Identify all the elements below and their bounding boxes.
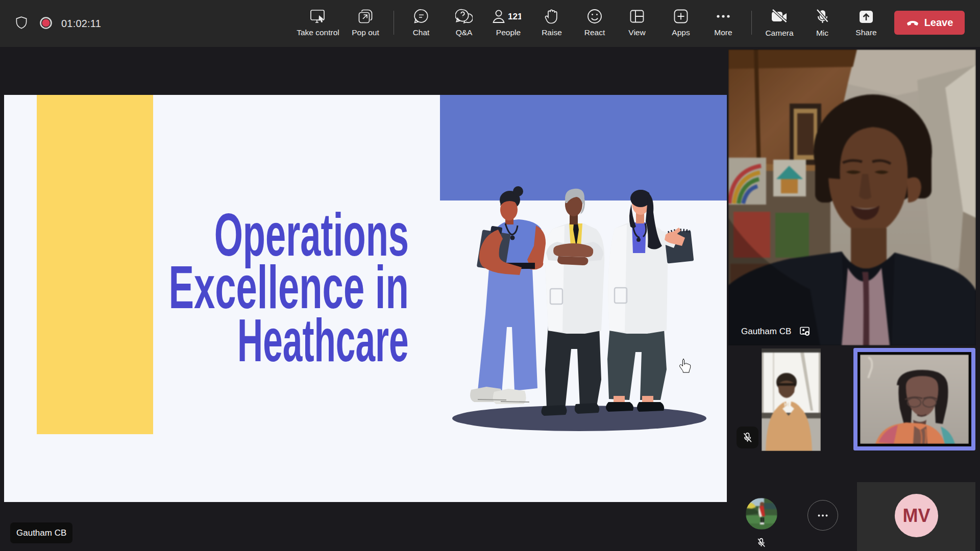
svg-text:121: 121 xyxy=(508,12,521,21)
